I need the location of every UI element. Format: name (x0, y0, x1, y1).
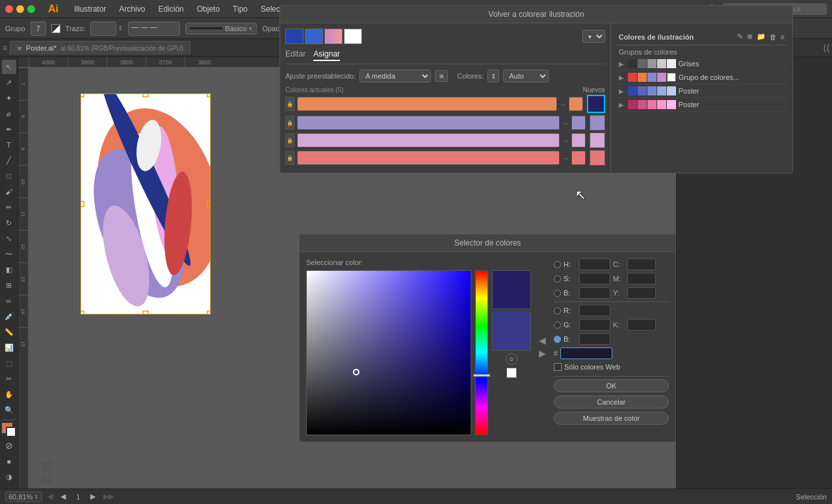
colores-select[interactable]: Auto (503, 69, 549, 82)
zoom-arrows[interactable]: ⇕ (34, 494, 39, 500)
r-radio[interactable] (554, 307, 561, 314)
line-tool[interactable]: ╱ (2, 153, 16, 168)
minimize-button[interactable] (16, 5, 24, 13)
nuevos-box-2[interactable] (590, 115, 605, 131)
gradient-mode[interactable]: ◑ (2, 470, 16, 484)
highlight-color[interactable] (588, 96, 604, 112)
h-radio[interactable] (554, 261, 561, 268)
swatch-3[interactable] (324, 29, 343, 44)
swatch-1[interactable] (285, 29, 304, 44)
ajuste-icon-btn[interactable]: ⊞ (435, 70, 448, 82)
zoom-control[interactable]: 60,81% ⇕ (5, 492, 42, 502)
artboard-tool[interactable]: ⬚ (2, 356, 16, 370)
type-tool[interactable]: T (2, 138, 16, 152)
selection-tool[interactable]: ↖ (2, 60, 16, 74)
row4-lock[interactable]: 🔒 (285, 151, 294, 165)
menu-objeto[interactable]: Objeto (194, 5, 222, 14)
b2-input[interactable]: 100 (579, 333, 610, 345)
fill-none[interactable]: ⊘ (2, 438, 16, 453)
k-input[interactable]: 6% (627, 319, 656, 331)
edit-icon[interactable]: ✎ (737, 32, 743, 41)
ok-button[interactable]: OK (554, 379, 669, 392)
pen-tool[interactable]: ✒ (2, 122, 16, 136)
g-input[interactable]: 31 (579, 319, 610, 331)
scale-tool[interactable]: ⤡ (2, 231, 16, 246)
samples-button[interactable]: Muestras de color (554, 412, 669, 425)
nav-prev[interactable]: ◀ (47, 492, 53, 501)
trazo-arrows[interactable]: ⇕ (118, 25, 123, 32)
menu-illustrator[interactable]: Illustrator (72, 5, 109, 14)
tab-close-icon[interactable]: ✕ (17, 45, 22, 52)
gradient-tool[interactable]: ◧ (2, 262, 16, 277)
b-input[interactable]: 39% (579, 287, 610, 299)
trazo-input[interactable] (90, 21, 116, 36)
pencil-tool[interactable]: ✏ (2, 200, 16, 214)
nuevos-box-4[interactable] (590, 150, 605, 166)
hand-tool[interactable]: ✋ (2, 387, 16, 401)
b-radio[interactable] (554, 290, 561, 297)
h-input[interactable]: 244° (579, 258, 610, 270)
row2-lock[interactable]: 🔒 (285, 116, 294, 130)
tab-asignar[interactable]: Asignar (313, 49, 340, 61)
add-icon[interactable]: ⊕ (747, 32, 753, 41)
new-color-3[interactable] (571, 133, 586, 147)
group-row-poster2[interactable]: ▶ Poster (616, 98, 787, 112)
menu-tipo[interactable]: Tipo (230, 5, 250, 14)
group-row-grises[interactable]: ▶ Grises (616, 57, 787, 71)
swatch-4[interactable] (344, 29, 362, 44)
row3-lock[interactable]: 🔒 (285, 133, 294, 147)
page-next[interactable]: ▶ (88, 492, 98, 501)
r-input[interactable]: 36 (579, 305, 610, 316)
color-bar-1[interactable] (297, 97, 557, 111)
magic-wand-tool[interactable]: ✦ (2, 91, 16, 105)
maximize-button[interactable] (27, 5, 35, 13)
paintbrush-tool[interactable]: 🖌 (2, 184, 16, 199)
hue-slider[interactable] (475, 270, 488, 435)
white-swatch[interactable] (506, 368, 517, 378)
nuevos-highlight-1[interactable] (587, 95, 605, 113)
trazo-control[interactable]: ⇕ (90, 21, 123, 36)
panel-toggle-icon[interactable]: ⟨⟨ (823, 43, 829, 53)
s-radio[interactable] (554, 275, 561, 283)
color-icon-circle[interactable]: ⊙ (506, 353, 517, 365)
row1-lock[interactable]: 🔒 (285, 97, 294, 111)
font-selector[interactable]: 7 (31, 21, 46, 36)
lasso-tool[interactable]: ⌀ (2, 107, 16, 121)
eyedropper-tool[interactable]: 💉 (2, 309, 16, 323)
menu-archivo[interactable]: Archivo (116, 5, 148, 14)
new-color-2[interactable] (571, 116, 586, 130)
next-color-arrow[interactable]: ▶ (539, 348, 546, 359)
swatches-dropdown[interactable]: ▾ (582, 30, 605, 43)
hex-input[interactable]: 241f64 (560, 347, 612, 359)
document-tab[interactable]: ✕ Poster.ai* al 60,81% (RGB/Previsualiza… (10, 41, 190, 55)
stroke-type-box[interactable]: Básico ▾ (185, 23, 257, 34)
graph-tool[interactable]: 📊 (2, 340, 16, 355)
blend-tool[interactable]: ∞ (2, 294, 16, 308)
cancel-button[interactable]: Cancelar (554, 396, 669, 409)
g-radio[interactable] (554, 321, 561, 329)
fill-stroke-boxes[interactable] (2, 423, 16, 437)
close-button[interactable] (5, 5, 13, 13)
m-input[interactable]: 100% (627, 273, 656, 284)
page-prev[interactable]: ◀ (58, 492, 68, 501)
ajuste-select[interactable]: A medida (359, 69, 431, 82)
color-mode[interactable]: ■ (2, 454, 16, 468)
slice-tool[interactable]: ✂ (2, 372, 16, 386)
tab-editar[interactable]: Editar (285, 49, 306, 61)
new-color-4[interactable] (571, 151, 586, 165)
folder-icon[interactable]: 📁 (757, 32, 766, 41)
rect-tool[interactable]: □ (2, 169, 16, 183)
nuevos-box-3[interactable] (590, 132, 605, 148)
direct-selection-tool[interactable]: ↗ (2, 75, 16, 90)
swatch-2[interactable] (305, 29, 323, 44)
mesh-tool[interactable]: ⊞ (2, 278, 16, 292)
recolor-dialog[interactable]: Volver a colorear ilustración ▾ (280, 5, 793, 173)
c-input[interactable]: 96% (627, 258, 656, 270)
stroke-dropdown-icon[interactable]: ▾ (249, 25, 252, 32)
prev-color-arrow[interactable]: ◀ (539, 335, 546, 346)
menu-edicion[interactable]: Edición (155, 5, 186, 14)
zoom-tool[interactable]: 🔍 (2, 403, 16, 417)
b2-radio[interactable] (554, 336, 561, 343)
group-row-poster1[interactable]: ▶ Poster (616, 84, 787, 98)
y-input[interactable]: 38% (627, 287, 656, 299)
